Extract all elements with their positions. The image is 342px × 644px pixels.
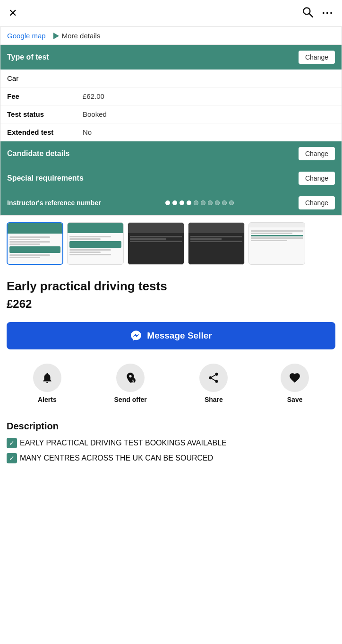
dot-3 bbox=[180, 200, 184, 205]
dot-7 bbox=[208, 200, 213, 205]
dot-10 bbox=[229, 200, 234, 205]
thumbnail-2[interactable] bbox=[67, 222, 124, 265]
svg-line-1 bbox=[309, 14, 312, 17]
candidate-details-label: Candidate details bbox=[7, 149, 69, 158]
type-of-test-row: Type of test Change bbox=[0, 45, 342, 70]
check-icon-1: ✓ bbox=[7, 438, 17, 448]
dot-1 bbox=[165, 200, 170, 205]
special-requirements-change-button[interactable]: Change bbox=[299, 172, 335, 185]
share-label: Share bbox=[205, 396, 223, 403]
description-text-2: MANY CENTRES ACROSS THE UK CAN BE SOURCE… bbox=[20, 453, 213, 464]
instructor-ref-change-button[interactable]: Change bbox=[299, 196, 335, 209]
fee-row: Fee £62.00 bbox=[0, 87, 342, 105]
share-icon-circle bbox=[199, 364, 228, 392]
listing-price: £262 bbox=[7, 297, 335, 311]
test-info-table: Type of test Change Car Fee £62.00 Test … bbox=[0, 44, 342, 216]
more-details-button[interactable]: More details bbox=[53, 32, 101, 40]
bell-icon bbox=[41, 372, 53, 384]
instructor-ref-row: Instructor's reference number Change bbox=[0, 191, 342, 215]
dot-6 bbox=[201, 200, 205, 205]
extended-test-value: No bbox=[83, 128, 92, 136]
send-offer-label: Send offer bbox=[114, 396, 147, 403]
message-seller-label: Message Seller bbox=[147, 331, 212, 341]
thumbnail-1[interactable] bbox=[7, 222, 63, 265]
listing-title: Early practical driving tests bbox=[7, 279, 335, 294]
top-links: Google map More details bbox=[0, 26, 342, 44]
save-label: Save bbox=[287, 396, 303, 403]
instructor-ref-dots bbox=[165, 200, 234, 205]
test-status-value: Booked bbox=[83, 110, 107, 118]
candidate-details-change-button[interactable]: Change bbox=[299, 147, 335, 160]
search-icon[interactable] bbox=[301, 6, 314, 21]
candidate-details-row: Candidate details Change bbox=[0, 141, 342, 166]
alerts-icon-circle bbox=[33, 364, 61, 392]
instructor-ref-label: Instructor's reference number bbox=[7, 199, 101, 207]
car-value-row: Car bbox=[0, 70, 342, 87]
header: ✕ ··· bbox=[0, 0, 342, 26]
action-row: Alerts $ Send offer Share Save bbox=[0, 359, 342, 413]
dot-9 bbox=[222, 200, 227, 205]
more-details-label: More details bbox=[62, 32, 101, 40]
test-status-label: Test status bbox=[7, 110, 83, 118]
thumbnail-3[interactable] bbox=[128, 222, 184, 265]
check-icon-2: ✓ bbox=[7, 453, 17, 463]
share-icon bbox=[207, 372, 220, 384]
extended-test-label: Extended test bbox=[7, 128, 83, 136]
test-status-row: Test status Booked bbox=[0, 105, 342, 123]
save-action[interactable]: Save bbox=[281, 364, 309, 403]
description-section: Description ✓ EARLY PRACTICAL DRIVING TE… bbox=[0, 413, 342, 473]
description-line-1: ✓ EARLY PRACTICAL DRIVING TEST BOOKINGS … bbox=[7, 437, 335, 449]
thumbnail-5[interactable] bbox=[248, 222, 305, 265]
dot-5 bbox=[194, 200, 198, 205]
close-icon[interactable]: ✕ bbox=[9, 7, 17, 19]
type-of-test-change-button[interactable]: Change bbox=[299, 51, 335, 64]
special-requirements-label: Special requirements bbox=[7, 174, 84, 183]
dot-8 bbox=[215, 200, 220, 205]
fee-label: Fee bbox=[7, 92, 83, 100]
special-requirements-row: Special requirements Change bbox=[0, 166, 342, 191]
send-offer-icon: $ bbox=[124, 372, 137, 384]
thumbnail-strip[interactable] bbox=[0, 216, 342, 271]
description-line-2: ✓ MANY CENTRES ACROSS THE UK CAN BE SOUR… bbox=[7, 453, 335, 464]
car-value: Car bbox=[7, 74, 18, 82]
description-title: Description bbox=[7, 421, 335, 432]
more-options-icon[interactable]: ··· bbox=[322, 7, 333, 19]
description-text-1: EARLY PRACTICAL DRIVING TEST BOOKINGS AV… bbox=[20, 437, 227, 449]
play-icon bbox=[53, 33, 59, 39]
listing-info: Early practical driving tests £262 bbox=[0, 271, 342, 322]
send-offer-icon-circle: $ bbox=[116, 364, 145, 392]
thumbnail-4[interactable] bbox=[188, 222, 245, 265]
dot-2 bbox=[172, 200, 177, 205]
type-of-test-label: Type of test bbox=[7, 53, 49, 61]
send-offer-action[interactable]: $ Send offer bbox=[114, 364, 147, 403]
save-icon-circle bbox=[281, 364, 309, 392]
extended-test-row: Extended test No bbox=[0, 123, 342, 141]
dot-4 bbox=[187, 200, 191, 205]
alerts-action[interactable]: Alerts bbox=[33, 364, 61, 403]
message-seller-button[interactable]: Message Seller bbox=[7, 322, 335, 349]
messenger-icon bbox=[130, 330, 142, 342]
alerts-label: Alerts bbox=[38, 396, 57, 403]
heart-icon bbox=[289, 372, 301, 384]
svg-text:$: $ bbox=[132, 378, 135, 383]
share-action[interactable]: Share bbox=[199, 364, 228, 403]
fee-value: £62.00 bbox=[83, 92, 104, 100]
google-map-link[interactable]: Google map bbox=[7, 32, 46, 40]
